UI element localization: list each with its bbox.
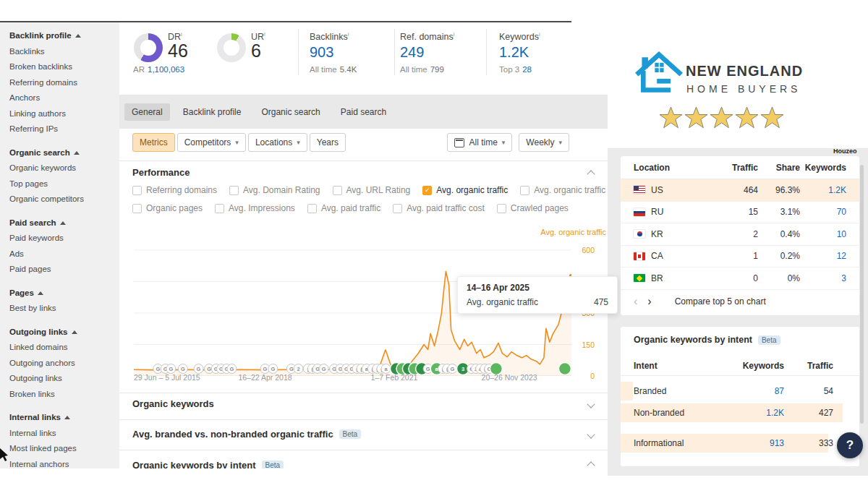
- google-update-marker[interactable]: G: [448, 364, 457, 374]
- help-button[interactable]: ?: [837, 432, 863, 458]
- checkbox-avg-url-rating[interactable]: Avg. URL Rating: [333, 185, 411, 195]
- beta-badge: Beta: [339, 429, 362, 439]
- unchecked-checkbox-icon[interactable]: [520, 186, 529, 195]
- unchecked-checkbox-icon[interactable]: [497, 204, 506, 213]
- report-tabs: GeneralBacklink profileOrganic searchPai…: [124, 95, 393, 129]
- location-keywords-link[interactable]: 1.2K: [800, 185, 846, 195]
- location-keywords-link[interactable]: 10: [800, 229, 846, 239]
- checkbox-avg-paid-traffic[interactable]: Avg. paid traffic: [307, 203, 380, 213]
- unchecked-checkbox-icon[interactable]: [132, 186, 142, 195]
- unchecked-checkbox-icon[interactable]: [307, 204, 317, 213]
- intent-row-branded: Branded8754: [621, 380, 859, 402]
- mouse-cursor: [0, 448, 10, 463]
- info-icon[interactable]: i: [454, 31, 455, 38]
- collapse-chevron-icon[interactable]: [587, 170, 595, 178]
- range-all-time[interactable]: All time▾: [447, 133, 512, 152]
- sidebar-item-referring-domains[interactable]: Referring domains: [9, 75, 119, 91]
- location-keywords-link[interactable]: 12: [800, 251, 846, 261]
- google-update-marker[interactable]: a: [381, 364, 391, 374]
- sidebar-section-outgoing-links[interactable]: Outgoing links: [9, 325, 119, 341]
- sidebar-item-linking-authors[interactable]: Linking authors: [9, 106, 119, 122]
- prev-page-chevron[interactable]: ‹: [634, 296, 637, 307]
- flag-ca-icon: [634, 252, 645, 260]
- section-organic-keywords[interactable]: Organic keywords: [132, 398, 214, 409]
- sidebar-item-ads[interactable]: Ads: [9, 247, 119, 262]
- sidebar-item-most-linked-pages[interactable]: Most linked pages: [9, 441, 119, 457]
- intent-keywords-link[interactable]: 913: [728, 438, 784, 448]
- sidebar-section-internal-links[interactable]: Internal links: [9, 410, 119, 426]
- next-page-chevron[interactable]: ›: [647, 296, 651, 307]
- sidebar-item-paid-keywords[interactable]: Paid keywords: [9, 231, 119, 247]
- sidebar-item-internal-links[interactable]: Internal links: [9, 426, 119, 442]
- home-buyers-logo-icon: [635, 48, 683, 97]
- sidebar-section-backlink-profile[interactable]: Backlink profile: [9, 28, 119, 44]
- checkbox-crawled-pages[interactable]: Crawled pages: [497, 203, 569, 213]
- star-icon: [710, 106, 733, 129]
- compare-top5-link[interactable]: Compare top 5 on chart: [675, 296, 766, 307]
- info-icon[interactable]: i: [264, 31, 265, 38]
- sidebar-item-broken-backlinks[interactable]: Broken backlinks: [9, 59, 119, 75]
- section-branded-vs-nonbranded[interactable]: Avg. branded vs. non-branded organic tra…: [132, 429, 361, 440]
- info-icon[interactable]: i: [348, 31, 349, 38]
- checkbox-avg-impressions[interactable]: Avg. Impressions: [215, 203, 295, 213]
- sidebar-item-top-pages[interactable]: Top pages: [9, 176, 119, 192]
- unchecked-checkbox-icon[interactable]: [333, 186, 342, 195]
- google-update-marker[interactable]: G: [319, 364, 328, 374]
- info-icon[interactable]: i: [539, 31, 540, 38]
- ahrefs-rank[interactable]: AR1,100,063: [133, 65, 184, 74]
- vertical-scrollbar[interactable]: [860, 165, 864, 424]
- sidebar-item-organic-competitors[interactable]: Organic competitors: [9, 192, 119, 207]
- checkbox-avg-domain-rating[interactable]: Avg. Domain Rating: [229, 185, 320, 195]
- google-update-marker[interactable]: 2: [294, 364, 303, 374]
- tab-paid-search[interactable]: Paid search: [333, 103, 393, 121]
- organic-traffic-chart[interactable]: Avg. organic traffic GGGGGGGGGGGGG2((GGG…: [134, 239, 606, 390]
- intent-keywords-link[interactable]: 87: [728, 386, 784, 396]
- checked-checkbox-icon[interactable]: ✓: [422, 186, 432, 195]
- backlinks-value[interactable]: 903: [310, 44, 333, 61]
- location-keywords-link[interactable]: 3: [800, 273, 846, 283]
- unchecked-checkbox-icon[interactable]: [215, 204, 224, 213]
- tab-backlink-profile[interactable]: Backlink profile: [176, 103, 249, 121]
- collapse-triangle-icon: [75, 34, 81, 38]
- google-update-marker[interactable]: G: [194, 364, 203, 374]
- sidebar-section-pages[interactable]: Pages: [9, 286, 119, 301]
- sidebar-item-outgoing-anchors[interactable]: Outgoing anchors: [9, 356, 119, 372]
- info-icon[interactable]: i: [181, 31, 182, 38]
- google-update-marker[interactable]: G: [227, 364, 237, 374]
- sidebar-item-internal-anchors[interactable]: Internal anchors: [9, 457, 119, 469]
- expand-chevron-icon[interactable]: [587, 400, 595, 408]
- checkbox-organic-pages[interactable]: Organic pages: [132, 203, 203, 213]
- tab-organic-search[interactable]: Organic search: [254, 103, 327, 121]
- sidebar-item-organic-keywords[interactable]: Organic keywords: [9, 160, 119, 176]
- ref-domains-label: Ref. domainsi: [400, 31, 454, 42]
- google-update-marker[interactable]: G: [166, 364, 176, 374]
- google-update-marker[interactable]: G: [178, 364, 187, 374]
- sidebar-section-paid-search[interactable]: Paid search: [9, 215, 119, 231]
- location-keywords-link[interactable]: 70: [800, 207, 846, 217]
- svg-text:G: G: [426, 366, 430, 372]
- ref-domains-value[interactable]: 249: [400, 44, 424, 61]
- tab-general[interactable]: General: [124, 103, 170, 121]
- sidebar-item-paid-pages[interactable]: Paid pages: [9, 262, 119, 278]
- sidebar-item-backlinks[interactable]: Backlinks: [9, 44, 119, 60]
- unchecked-checkbox-icon[interactable]: [229, 186, 239, 195]
- svg-text:G: G: [289, 366, 294, 372]
- google-update-marker[interactable]: G: [268, 364, 278, 374]
- ur-value: 6: [251, 40, 261, 61]
- unchecked-checkbox-icon[interactable]: [393, 204, 402, 213]
- intent-keywords-link[interactable]: 1.2K: [728, 408, 784, 418]
- checkbox-avg-paid-traffic-cost[interactable]: Avg. paid traffic cost: [393, 203, 485, 213]
- checkbox-referring-domains[interactable]: Referring domains: [132, 185, 217, 195]
- sidebar-item-anchors[interactable]: Anchors: [9, 90, 119, 106]
- sidebar-item-best-by-links[interactable]: Best by links: [9, 301, 119, 317]
- intent-title: Organic keywords by intentBeta: [634, 335, 780, 345]
- svg-text:G: G: [207, 366, 211, 372]
- sidebar-item-linked-domains[interactable]: Linked domains: [9, 340, 119, 356]
- sidebar-item-outgoing-links[interactable]: Outgoing links: [9, 371, 119, 387]
- unchecked-checkbox-icon[interactable]: [132, 204, 142, 213]
- checkbox-avg-organic-traffic[interactable]: ✓Avg. organic traffic: [422, 185, 508, 195]
- keywords-value[interactable]: 1.2K: [499, 44, 529, 61]
- sidebar-item-broken-links[interactable]: Broken links: [9, 387, 119, 403]
- range-weekly[interactable]: Weekly▾: [519, 133, 569, 152]
- expand-chevron-icon[interactable]: [587, 430, 595, 438]
